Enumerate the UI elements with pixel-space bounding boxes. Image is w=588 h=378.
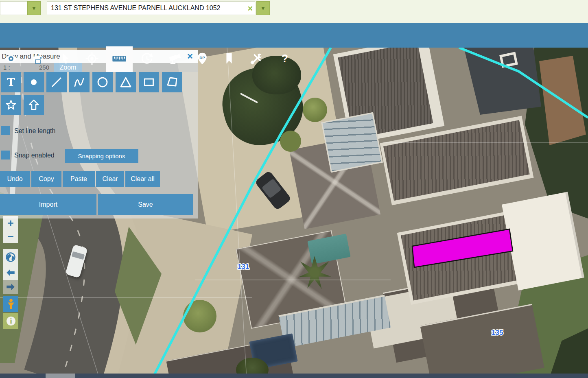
copy-button[interactable]: Copy	[31, 171, 61, 187]
ruler-icon	[111, 51, 127, 66]
globe-icon	[5, 251, 16, 263]
tool-arrow[interactable]	[24, 95, 44, 115]
paste-button[interactable]: Paste	[63, 171, 95, 187]
parcel-label-131: 131	[238, 263, 249, 271]
identify-info-button[interactable]: i	[3, 313, 18, 329]
main-toolbar: DP ?	[0, 23, 588, 48]
clear-search-icon[interactable]: ✕	[247, 4, 253, 13]
chevron-down-icon: ▼	[260, 5, 266, 11]
secondary-select-field[interactable]	[0, 1, 27, 15]
tool-triangle[interactable]	[116, 72, 136, 92]
text-tool-icon: T	[7, 76, 15, 88]
svg-text:i: i	[10, 317, 12, 325]
full-extent-button[interactable]	[3, 249, 18, 265]
street-view-button[interactable]	[165, 49, 185, 68]
minus-icon: −	[7, 231, 13, 242]
point-icon	[26, 75, 41, 90]
set-line-length-label: Set line length	[14, 127, 55, 135]
set-line-length-checkbox[interactable]	[1, 126, 10, 135]
clear-all-button[interactable]: Clear all	[125, 171, 160, 187]
previous-extent-button[interactable]	[3, 265, 18, 280]
tool-text[interactable]: T	[1, 72, 21, 92]
arrow-right-icon	[5, 282, 16, 292]
pedestrian-view-button[interactable]	[3, 296, 18, 312]
svg-text:DP: DP	[199, 55, 205, 60]
bookmarks-button[interactable]	[219, 49, 239, 68]
circle-icon	[95, 75, 110, 90]
cursor-icon	[59, 52, 72, 65]
chevron-down-icon: ▼	[31, 5, 37, 11]
snap-enabled-checkbox[interactable]	[1, 151, 10, 160]
dp-survey-button[interactable]: DP	[192, 49, 212, 68]
zoom-out-button[interactable]: −	[3, 229, 18, 243]
tool-freehand[interactable]	[69, 72, 90, 92]
polygon-icon	[165, 75, 179, 90]
line-icon	[49, 75, 64, 90]
arrow-left-icon	[5, 267, 16, 278]
parcel-label-135: 135	[492, 329, 503, 336]
parcel-boundary-line-northeast	[459, 48, 588, 118]
select-pointer-button[interactable]	[55, 49, 75, 68]
next-extent-button[interactable]	[3, 280, 18, 294]
address-search-field: ✕	[47, 1, 255, 15]
arrow-up-icon	[26, 98, 41, 112]
undo-button[interactable]: Undo	[0, 171, 30, 187]
freehand-curve-icon	[72, 75, 87, 90]
save-button[interactable]: Save	[98, 194, 193, 215]
tool-line[interactable]	[46, 72, 67, 92]
zoom-in-button[interactable]: +	[3, 216, 18, 229]
target-icon	[85, 52, 99, 66]
next-extent-group	[3, 280, 18, 294]
tool-polygon[interactable]	[162, 72, 182, 92]
rectangle-icon	[142, 75, 156, 90]
tool-point[interactable]	[24, 72, 44, 92]
address-search-input[interactable]	[47, 2, 255, 15]
locate-button[interactable]	[82, 49, 102, 68]
measure-button[interactable]	[109, 49, 129, 68]
eye-icon	[4, 52, 18, 66]
draw-measure-panel: Draw and Measure ✕ 1 : 250 Zoom T	[0, 50, 198, 218]
camera-icon	[168, 51, 182, 66]
person-icon	[5, 298, 17, 310]
snap-enabled-label: Snap enabled	[14, 152, 55, 159]
info-icon: i	[5, 315, 17, 327]
bottom-scrollbar-thumb[interactable]	[46, 374, 75, 378]
snapping-options-button[interactable]: Snapping options	[65, 149, 138, 163]
dp-pin-icon: DP	[195, 52, 209, 66]
help-button[interactable]: ?	[275, 49, 295, 68]
triangle-icon	[118, 75, 133, 90]
bookmark-icon	[223, 52, 235, 65]
history-button[interactable]	[137, 49, 157, 68]
tool-circle[interactable]	[92, 72, 113, 92]
star-icon	[4, 98, 18, 112]
secondary-select-dropdown-button[interactable]: ▼	[27, 1, 41, 15]
bottom-edge-bar	[0, 374, 588, 378]
clock-history-icon	[140, 52, 154, 66]
tool-star[interactable]	[1, 95, 21, 115]
printer-icon	[31, 52, 44, 65]
nav-control-group	[3, 249, 18, 280]
clear-button[interactable]: Clear	[96, 171, 124, 187]
question-mark-icon: ?	[282, 52, 289, 65]
plus-icon: +	[7, 218, 13, 228]
drawn-measure-rectangle[interactable]	[412, 229, 513, 267]
wrench-screwdriver-icon	[249, 51, 264, 66]
address-dropdown-button[interactable]: ▼	[256, 1, 270, 15]
tool-rectangle[interactable]	[139, 72, 159, 92]
top-search-bar: ▼ ✕ ▼	[0, 0, 588, 23]
import-button[interactable]: Import	[0, 194, 96, 215]
zoom-control-group: + −	[3, 216, 18, 243]
view-layers-button[interactable]	[1, 49, 21, 68]
print-button[interactable]	[28, 49, 48, 68]
tools-button[interactable]	[247, 49, 266, 68]
